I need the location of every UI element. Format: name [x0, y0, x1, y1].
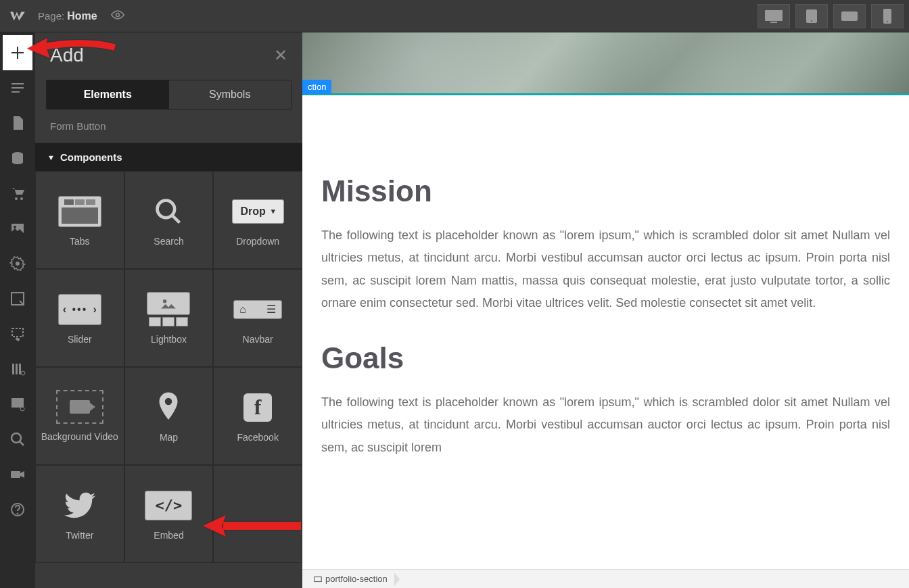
- section-title: Components: [60, 151, 122, 163]
- svg-rect-5: [841, 11, 858, 21]
- annotation-arrow-add: [27, 34, 122, 64]
- component-twitter[interactable]: Twitter: [35, 465, 124, 563]
- components-icon[interactable]: [3, 387, 32, 422]
- cms-icon[interactable]: [3, 141, 32, 176]
- assets-icon[interactable]: [3, 211, 32, 246]
- add-panel: Add ✕ Elements Symbols Form Button ▼ Com…: [35, 32, 302, 588]
- mobile-device-icon[interactable]: [871, 4, 904, 28]
- pages-icon[interactable]: [3, 105, 32, 141]
- canvas[interactable]: ction Mission The following text is plac…: [302, 32, 909, 569]
- hero-section[interactable]: [302, 32, 909, 93]
- svg-rect-1: [765, 10, 783, 21]
- svg-rect-8: [11, 83, 24, 84]
- svg-rect-10: [11, 91, 20, 93]
- svg-point-15: [14, 226, 16, 228]
- component-dropdown[interactable]: Drop▾ Dropdown: [213, 171, 302, 269]
- topbar: Page: Home: [0, 0, 909, 32]
- components-section-header[interactable]: ▼ Components: [35, 143, 302, 171]
- component-map[interactable]: Map: [124, 367, 214, 465]
- video-icon[interactable]: [3, 457, 32, 492]
- svg-point-4: [811, 20, 812, 22]
- section-indicator[interactable]: ction: [302, 80, 331, 94]
- tab-elements[interactable]: Elements: [47, 80, 169, 109]
- tablet-landscape-device-icon[interactable]: [833, 4, 866, 28]
- svg-point-7: [887, 21, 888, 22]
- svg-point-12: [15, 197, 18, 200]
- help-icon[interactable]: [3, 492, 32, 527]
- desktop-device-icon[interactable]: [758, 4, 790, 28]
- selection-icon[interactable]: [3, 316, 32, 351]
- svg-rect-27: [11, 471, 20, 478]
- style-panel-icon[interactable]: [3, 281, 32, 316]
- components-grid: Tabs Search Drop▾ Dropdown ‹•••› Slider …: [35, 171, 302, 563]
- component-search[interactable]: Search: [124, 171, 214, 269]
- svg-point-30: [158, 200, 175, 218]
- svg-rect-2: [770, 22, 777, 23]
- breadcrumb: portfolio-section: [302, 569, 909, 588]
- caret-down-icon: ▼: [47, 153, 55, 162]
- paragraph-mission[interactable]: The following text is placeholder known …: [321, 224, 890, 314]
- component-navbar[interactable]: ⌂☰ Navbar: [213, 269, 302, 367]
- navigator-icon[interactable]: [3, 70, 32, 105]
- component-embed[interactable]: </> Embed: [124, 465, 214, 563]
- svg-point-19: [16, 338, 19, 341]
- svg-point-16: [16, 262, 20, 266]
- svg-rect-18: [12, 328, 23, 337]
- preview-icon[interactable]: [111, 8, 124, 24]
- tablet-device-icon[interactable]: [795, 4, 828, 28]
- svg-rect-9: [11, 87, 24, 89]
- annotation-arrow-embed: [203, 514, 304, 541]
- tab-symbols[interactable]: Symbols: [169, 80, 292, 109]
- crumb-portfolio-section[interactable]: portfolio-section: [309, 570, 396, 588]
- content-section[interactable]: Mission The following text is placeholde…: [302, 93, 909, 499]
- heading-goals[interactable]: Goals: [321, 341, 890, 375]
- audit-icon[interactable]: [3, 351, 32, 387]
- svg-point-29: [18, 514, 18, 514]
- panel-tabs: Elements Symbols: [46, 80, 292, 109]
- component-tabs[interactable]: Tabs: [35, 171, 124, 269]
- settings-icon[interactable]: [3, 246, 32, 281]
- svg-rect-33: [314, 577, 322, 581]
- component-background-video[interactable]: Background Video: [35, 367, 124, 465]
- form-button-item[interactable]: Form Button: [35, 109, 302, 143]
- component-slider[interactable]: ‹•••› Slider: [35, 269, 124, 367]
- svg-point-26: [11, 433, 21, 443]
- left-rail: [0, 32, 35, 588]
- paragraph-goals[interactable]: The following text is placeholder known …: [321, 391, 890, 459]
- ecommerce-icon[interactable]: [3, 176, 32, 211]
- device-switcher: [758, 4, 904, 28]
- svg-rect-21: [16, 364, 18, 374]
- page-name[interactable]: Home: [67, 10, 97, 22]
- search-icon[interactable]: [3, 422, 32, 457]
- svg-rect-24: [11, 398, 24, 408]
- svg-point-0: [116, 13, 119, 16]
- svg-rect-20: [12, 364, 14, 374]
- page-label: Page:: [38, 10, 64, 22]
- svg-point-31: [163, 299, 166, 303]
- webflow-logo[interactable]: [5, 4, 30, 28]
- close-icon[interactable]: ✕: [274, 46, 287, 65]
- component-lightbox[interactable]: Lightbox: [124, 269, 214, 367]
- svg-point-23: [21, 371, 25, 375]
- divider: [302, 93, 909, 95]
- component-facebook[interactable]: f Facebook: [213, 367, 302, 465]
- svg-point-13: [20, 197, 23, 200]
- heading-mission[interactable]: Mission: [321, 174, 890, 208]
- svg-point-32: [165, 397, 172, 405]
